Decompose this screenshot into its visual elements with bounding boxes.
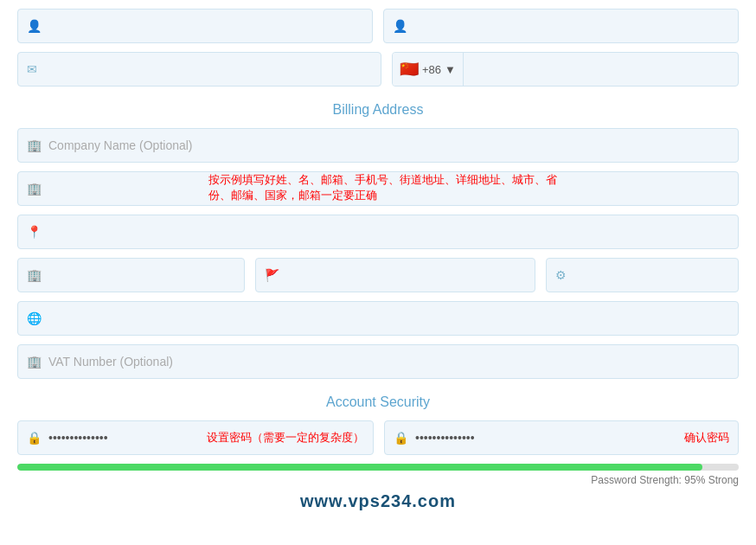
- lock-icon-2: 🔒: [394, 431, 408, 445]
- company-field: 🏢: [17, 128, 739, 163]
- contact-row: ✉ 1014366276@qq.com 🇨🇳 +86 ▼ 159 5215 31…: [17, 52, 739, 87]
- zip-input[interactable]: 610000: [573, 268, 729, 282]
- company-row: 🏢: [17, 128, 739, 163]
- dropdown-arrow: ▼: [445, 63, 456, 76]
- location-icon: 📍: [27, 225, 42, 239]
- person-icon-2: 👤: [393, 19, 407, 33]
- vat-icon: 🏢: [27, 355, 42, 369]
- street2-row: 📍 5 Dong 1 Dan Yuan 7-2: [17, 215, 739, 249]
- country-field: 🌐 China: [17, 301, 739, 336]
- first-name-input[interactable]: John: [48, 19, 363, 33]
- password-strength-bar: [17, 464, 739, 471]
- building-icon-2: 🏢: [27, 182, 42, 196]
- person-icon: 👤: [27, 19, 42, 33]
- password-field: 🔒 设置密码（需要一定的复杂度）: [17, 420, 374, 455]
- vat-field: 🏢: [17, 344, 739, 379]
- email-input[interactable]: 1014366276@qq.com: [44, 62, 372, 76]
- page-wrapper: 👤 John 👤 Senna ✉ 1014366276@qq.com 🇨🇳 +8…: [0, 0, 756, 529]
- flag-icon: 🚩: [265, 268, 279, 282]
- email-field: ✉ 1014366276@qq.com: [17, 52, 381, 87]
- state-input[interactable]: Sichuan: [286, 268, 526, 282]
- globe-icon: 🌐: [27, 311, 42, 325]
- password-strength-fill: [17, 464, 702, 471]
- city-state-zip-row: 🏢 chengdu 🚩 Sichuan ⚙ 610000: [17, 258, 739, 292]
- zip-field: ⚙ 610000: [546, 258, 739, 292]
- gear-icon: ⚙: [555, 268, 567, 282]
- country-code: +86: [422, 63, 441, 76]
- street2-field: 📍 5 Dong 1 Dan Yuan 7-2: [17, 215, 739, 249]
- watermark: www.vps234.com: [17, 491, 739, 511]
- strength-label: Password Strength: 95% Strong: [17, 474, 739, 486]
- last-name-field: 👤 Senna: [383, 9, 739, 43]
- billing-section-title: Billing Address: [17, 102, 739, 118]
- building-icon: 🏢: [27, 138, 42, 152]
- password-row: 🔒 设置密码（需要一定的复杂度） 🔒 确认密码: [17, 420, 739, 455]
- country-row: 🌐 China: [17, 301, 739, 336]
- city-icon: 🏢: [27, 268, 42, 282]
- lock-icon: 🔒: [27, 431, 42, 445]
- street1-row: 🏢 YongHui Road 按示例填写好姓、名、邮箱、手机号、街道地址、详细地…: [17, 171, 739, 206]
- phone-field: 🇨🇳 +86 ▼ 159 5215 3162: [392, 52, 739, 87]
- confirm-password-field: 🔒 确认密码: [384, 420, 739, 455]
- city-field: 🏢 chengdu: [17, 258, 245, 292]
- password-annotation: 设置密码（需要一定的复杂度）: [207, 430, 364, 446]
- city-input[interactable]: chengdu: [48, 268, 235, 282]
- security-section-title: Account Security: [17, 394, 739, 410]
- vat-row: 🏢: [17, 344, 739, 379]
- password-input[interactable]: [48, 431, 200, 445]
- first-name-field: 👤 John: [17, 9, 373, 43]
- street1-input[interactable]: YongHui Road: [48, 182, 729, 196]
- vat-input[interactable]: [48, 355, 729, 369]
- country-input[interactable]: China: [48, 311, 729, 325]
- china-flag: 🇨🇳: [400, 60, 419, 79]
- confirm-password-annotation: 确认密码: [684, 430, 729, 446]
- email-icon: ✉: [27, 62, 37, 76]
- name-row: 👤 John 👤 Senna: [17, 9, 739, 43]
- street1-field: 🏢 YongHui Road 按示例填写好姓、名、邮箱、手机号、街道地址、详细地…: [17, 171, 739, 206]
- last-name-input[interactable]: Senna: [414, 19, 729, 33]
- phone-input[interactable]: 159 5215 3162: [464, 53, 738, 86]
- confirm-password-input[interactable]: [415, 431, 677, 445]
- password-strength-section: Password Strength: 95% Strong: [17, 464, 739, 486]
- street2-input[interactable]: 5 Dong 1 Dan Yuan 7-2: [48, 225, 729, 239]
- state-field: 🚩 Sichuan: [255, 258, 535, 292]
- phone-country-selector[interactable]: 🇨🇳 +86 ▼: [393, 53, 464, 86]
- company-input[interactable]: [48, 138, 729, 152]
